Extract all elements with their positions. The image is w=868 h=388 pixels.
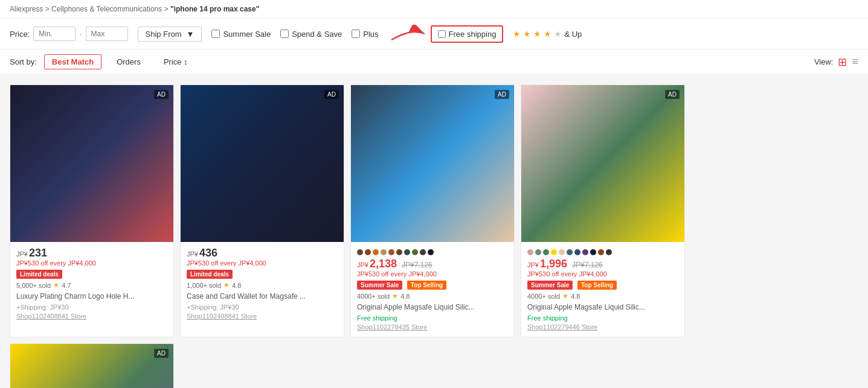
product-card-5[interactable]: AD New JP¥ 1,967 800+ sold ★ 5 Original … <box>10 343 174 388</box>
sold-count-1: 5,000+ sold <box>16 282 51 289</box>
color-dot <box>551 249 557 255</box>
breadcrumb: Aliexpress > Cellphones & Telecommunicat… <box>0 0 868 19</box>
color-dot <box>373 249 379 255</box>
plus-checkbox[interactable] <box>352 30 360 38</box>
price-max-input[interactable] <box>86 27 128 41</box>
spend-save-label: Spend & Save <box>292 30 342 39</box>
ad-badge-2: AD <box>324 90 339 99</box>
price-min-input[interactable] <box>33 27 76 41</box>
sold-rating-1: 5,000+ sold ★ 4.7 <box>16 281 167 289</box>
color-dot <box>559 249 565 255</box>
badges-row-3: Summer Sale Top Selling <box>357 280 508 290</box>
stars-filter[interactable]: ★ ★ ★ ★ ★ & Up <box>513 29 582 39</box>
color-dot <box>598 249 604 255</box>
star-icon-2: ★ <box>223 281 230 289</box>
spend-save-filter[interactable]: Spend & Save <box>280 30 342 39</box>
color-dot <box>388 249 394 255</box>
arrow-icon <box>388 25 431 43</box>
star-icon-1: ★ <box>53 281 59 289</box>
store-link-2[interactable]: Shop1102408841 Store <box>187 313 338 320</box>
color-dot <box>582 249 588 255</box>
badge-limited-1: Limited deals <box>16 270 62 279</box>
summer-sale-checkbox[interactable] <box>211 30 220 38</box>
ad-badge-3: AD <box>495 90 509 99</box>
product-title-3: Original Apple Magsafe Liquid Silic... <box>357 302 508 313</box>
store-link-3[interactable]: Shop1102278435 Store <box>357 323 508 331</box>
sold-count-3: 4000+ sold <box>357 293 390 300</box>
list-view-icon[interactable]: ≡ <box>852 56 858 68</box>
spend-save-checkbox[interactable] <box>280 30 289 38</box>
star-icon-4: ★ <box>562 292 568 300</box>
sold-rating-4: 4000+ sold ★ 4.8 <box>527 292 678 300</box>
free-shipping-4: Free shipping <box>527 314 678 322</box>
color-dot <box>381 249 387 255</box>
price-dash: - <box>79 30 82 39</box>
ad-badge-5: AD <box>154 349 169 358</box>
price-prefix-4: JP¥ <box>527 261 539 269</box>
grid-view-icon[interactable]: ⊞ <box>838 56 847 69</box>
color-dot <box>590 249 596 255</box>
color-dot <box>428 249 434 255</box>
sort-price[interactable]: Price ↕ <box>156 54 196 69</box>
badges-row-4: Summer Sale Top Selling <box>527 280 678 290</box>
view-label: View: <box>814 57 834 66</box>
badge-topselling-4: Top Selling <box>577 281 617 290</box>
product-price-4: 1,996 <box>540 258 567 270</box>
color-swatches-4 <box>527 249 678 255</box>
color-swatches-3 <box>357 249 508 255</box>
color-dot <box>357 249 363 255</box>
product-price-2: 436 <box>199 247 217 259</box>
product-card-1[interactable]: AD JP¥ 231 JP¥530 off every JP¥4,000 Lim… <box>10 84 174 337</box>
badge-limited-2: Limited deals <box>187 270 233 279</box>
breadcrumb-aliexpress[interactable]: Aliexpress <box>10 5 43 13</box>
store-link-1[interactable]: Shop1102408841 Store <box>16 313 167 320</box>
sold-rating-3: 4000+ sold ★ 4.8 <box>357 292 508 300</box>
sort-best-match[interactable]: Best Match <box>44 54 101 69</box>
product-image-3: AD <box>351 85 514 242</box>
store-link-4[interactable]: Shop1102279446 Store <box>527 323 678 331</box>
summer-sale-filter[interactable]: Summer Sale <box>211 30 271 39</box>
discount-text-1: JP¥530 off every JP¥4,000 <box>16 259 167 267</box>
ad-badge-4: AD <box>665 90 680 99</box>
product-info-3: JP¥ 2,138 JP¥7,126 JP¥530 off every JP¥4… <box>351 242 514 337</box>
product-card-4[interactable]: AD JP¥ 1,996 JP¥7,126 JP¥530 off <box>521 84 685 337</box>
product-image-4: AD <box>521 85 684 242</box>
color-dot <box>420 249 426 255</box>
breadcrumb-search-term: "iphone 14 pro max case" <box>170 5 259 13</box>
price-original-4: JP¥7,126 <box>572 261 603 269</box>
product-price-3: 2,138 <box>370 258 397 270</box>
free-shipping-area: Free shipping <box>388 25 504 43</box>
rating-value-1: 4.7 <box>62 282 71 289</box>
shipping-info-2: +Shipping: JP¥30 <box>187 304 338 311</box>
price-label: Price: <box>10 30 30 39</box>
product-image-2: AD <box>181 85 344 242</box>
product-card-3[interactable]: AD JP¥ 2,138 JP¥7,126 JP¥530 off every J… <box>350 84 515 337</box>
sort-label: Sort by: <box>10 57 37 66</box>
sort-bar: Sort by: Best Match Orders Price ↕ View:… <box>0 49 868 75</box>
sold-rating-2: 1,000+ sold ★ 4.8 <box>187 281 338 289</box>
product-title-1: Luxury Plating Charm Logo Hole H... <box>16 291 167 302</box>
color-dot <box>574 249 580 255</box>
filters-bar: Price: - Ship From ▼ Summer Sale Spend &… <box>0 19 868 49</box>
color-dot <box>404 249 410 255</box>
chevron-down-icon: ▼ <box>187 30 194 39</box>
ad-badge-1: AD <box>154 90 169 99</box>
sort-orders[interactable]: Orders <box>109 54 149 69</box>
color-dot <box>606 249 612 255</box>
free-shipping-filter[interactable]: Free shipping <box>431 25 504 43</box>
color-dot <box>365 249 371 255</box>
free-shipping-checkbox[interactable] <box>438 30 446 38</box>
color-dot <box>543 249 549 255</box>
breadcrumb-category[interactable]: Cellphones & Telecommunications <box>51 5 162 13</box>
discount-text-4: JP¥530 off every JP¥4,000 <box>527 270 678 278</box>
product-card-2[interactable]: AD JP¥ 436 JP¥530 off every JP¥4,000 Lim… <box>180 84 344 337</box>
sold-count-2: 1,000+ sold <box>187 282 221 289</box>
ship-from-dropdown[interactable]: Ship From ▼ <box>138 27 202 42</box>
sold-count-4: 4000+ sold <box>527 293 560 300</box>
badge-summersale-3: Summer Sale <box>357 281 402 290</box>
color-dot <box>412 249 418 255</box>
rating-value-2: 4.8 <box>232 282 241 289</box>
star-icon-3: ★ <box>392 292 398 300</box>
plus-filter[interactable]: Plus <box>352 30 378 39</box>
discount-text-2: JP¥530 off every JP¥4,000 <box>187 259 338 267</box>
